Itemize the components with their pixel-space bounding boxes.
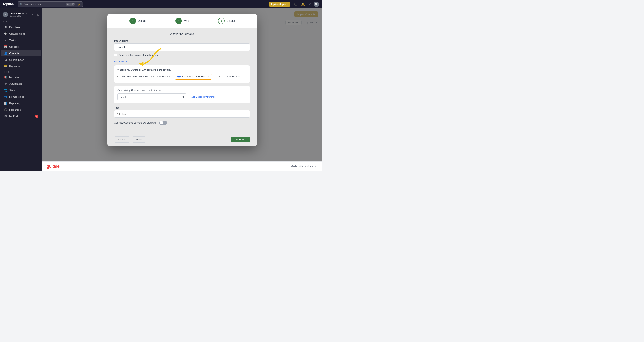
conversations-icon: 💬 [4,32,7,35]
radio-option-3[interactable]: g Contact Records [216,75,240,78]
sidebar-item-label: Automation [9,82,22,85]
radio-section: What do you want to do with contact/s in… [114,66,250,83]
workflow-row: Add New Contacts to Workflow/Campaign [114,121,250,125]
import-name-group: Import Name [114,40,250,51]
radio-option-2-highlighted[interactable]: Add New Contact Records [175,74,212,80]
skip-section: Skip Existing Contacts Based on (Primary… [114,86,250,104]
mailfold-icon: ✉ [4,115,7,118]
sidebar-item-label: Conversations [9,32,25,35]
skip-section-title: Skip Existing Contacts Based on (Primary… [117,89,247,92]
sidebar-item-label: Help Desk [9,108,21,111]
app-logo: topline [3,2,14,6]
sidebar-item-opportunities[interactable]: ◎ Opportunities [1,57,41,63]
radio-input-3[interactable] [216,75,220,78]
search-icon: 🔍 [20,3,22,6]
company-selector[interactable]: S Dunder Mifflin [D... Scranton, PA ▾ ⊟ [0,11,42,20]
create-list-label: Create a list of contacts from the impor… [118,54,158,56]
automation-icon: ⚙ [4,82,7,85]
modal-title: A few final details [114,32,250,36]
step3-circle: 3 [218,18,224,24]
sidebar-item-label: Memberships [9,95,24,98]
tools-section-label: Tools [0,70,42,74]
payments-icon: 💳 [4,65,7,68]
helpdesk-icon: 🎧 [4,108,7,111]
reporting-icon: 📊 [4,102,7,105]
user-avatar[interactable]: TL [314,2,319,7]
company-name: Dunder Mifflin [D... [10,12,30,15]
advanced-link[interactable]: Advanced › [114,60,127,62]
import-name-input[interactable] [114,44,250,51]
sidebar-item-memberships[interactable]: 👥 Memberships [1,94,41,100]
modal-overlay: ✓ Upload ✓ Map 3 Details [42,8,322,171]
sidebar-item-label: Payments [9,65,20,68]
memberships-icon: 👥 [4,95,7,98]
radio-input-1[interactable] [117,75,120,78]
tags-section: Tags [114,106,250,118]
step3-label: Details [226,19,235,22]
company-chevron-icon: ▾ [32,14,32,16]
sidebar-item-reporting[interactable]: 📊 Reporting [1,100,41,106]
tags-input[interactable] [114,110,250,118]
step-1: ✓ Upload [130,18,146,24]
cancel-button[interactable]: Cancel [114,136,130,143]
sidebar-item-dashboard[interactable]: ⊞ Dashboard [1,24,41,30]
sidebar-item-scheduler[interactable]: 📅 Scheduler [1,44,41,50]
radio-label-2: Add New Contact Records [182,75,209,78]
sidebar-item-tasks[interactable]: ✓ Tasks [1,37,41,43]
sidebar-item-mailfold[interactable]: ✉ Mailfold 2 [1,113,41,119]
radio-label-3: g Contact Records [221,75,240,78]
sidebar-item-label: Dashboard [9,26,22,29]
back-button[interactable]: Back [132,136,146,143]
tasks-icon: ✓ [4,39,7,42]
sidebar-item-contacts[interactable]: 👤 Contacts [1,50,41,56]
main-content: Import Contacts More Filters Page Size: … [42,8,322,171]
skip-email-select[interactable]: Email ⇅ [117,94,186,100]
help-icon[interactable]: ? [308,2,311,6]
select-arrow-icon: ⇅ [182,96,184,98]
step1-circle: ✓ [130,18,136,24]
sidebar-item-helpdesk[interactable]: 🎧 Help Desk [1,107,41,113]
search-shortcut: Ctrl + K [66,3,75,6]
radio-input-2[interactable] [178,75,180,78]
modal-footer: Cancel Back Submit [108,133,257,146]
radio-options: Add New and Update Existing Contact Reco… [117,74,247,80]
step2-circle: ✓ [175,18,182,24]
app-layout: S Dunder Mifflin [D... Scranton, PA ▾ ⊟ … [0,8,322,171]
notification-icon[interactable]: 🔔 [300,2,306,6]
scheduler-icon: 📅 [4,45,7,48]
support-button[interactable]: topline Support [269,2,290,6]
step1-label: Upload [138,19,146,22]
sidebar-item-payments[interactable]: 💳 Payments [1,63,41,69]
radio-question: What do you want to do with contact/s in… [117,68,247,71]
step-3: 3 Details [218,18,235,24]
step-2: ✓ Map [175,18,189,24]
contacts-icon: 👤 [4,52,7,55]
search-bar[interactable]: 🔍 Quick search here Ctrl + K ⚡ [18,1,83,7]
apps-section-label: Apps [0,20,42,24]
create-list-row: Create a list of contacts from the impor… [114,54,250,56]
phone-icon[interactable]: 📞 [293,2,298,6]
skip-row: Email ⇅ + Add Second Preference? [117,94,247,100]
sidebar-item-marketing[interactable]: 📢 Marketing [1,74,41,80]
sidebar-item-automation[interactable]: ⚙ Automation [1,80,41,87]
mailfold-badge: 2 [35,115,38,118]
sidebar-item-sites[interactable]: 🌐 Sites [1,87,41,93]
submit-button[interactable]: Submit [231,136,250,142]
dashboard-icon: ⊞ [4,26,7,29]
sidebar-item-conversations[interactable]: 💬 Conversations [1,31,41,37]
skip-email-value: Email [120,96,126,98]
add-preference-link[interactable]: + Add Second Preference? [189,96,217,98]
sidebar-item-label: Opportunities [9,58,24,61]
step-connector-2 [192,21,215,21]
workflow-toggle[interactable] [159,121,167,125]
create-list-checkbox[interactable] [114,54,117,56]
tags-label: Tags [114,106,250,109]
radio-option-1[interactable]: Add New and Update Existing Contact Reco… [117,75,170,78]
sidebar-expand-icon[interactable]: ⊟ [37,13,40,16]
advanced-label: Advanced [114,60,126,62]
opportunities-icon: ◎ [4,58,7,61]
lightning-icon: ⚡ [77,3,80,6]
radio-label-1: Add New and Update Existing Contact Reco… [122,75,170,78]
step2-label: Map [184,19,189,22]
sidebar-item-label: Tasks [9,39,16,42]
